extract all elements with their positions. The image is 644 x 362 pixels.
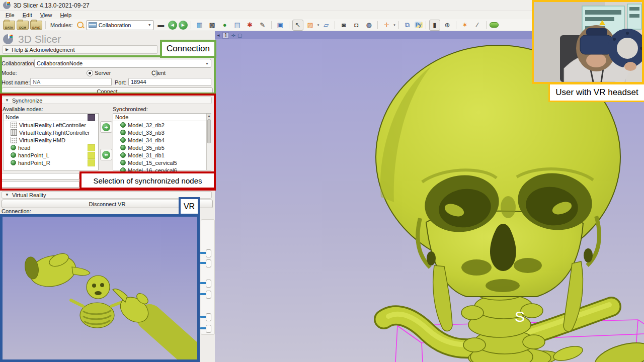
node-column-header: Node [115,114,211,120]
window-level-icon[interactable]: ▨ [305,20,316,31]
remove-node-button[interactable]: ⬅ [100,149,112,160]
module-search-icon[interactable] [77,22,84,28]
module-history-icon[interactable]: ▬ [155,20,167,31]
mouse-interaction-icon[interactable]: ↖ [292,20,303,31]
vr-slider[interactable] [200,291,214,298]
settings-icon[interactable]: ⊕ [442,20,453,31]
collaboration-node-value: CollaborationNode [37,60,203,66]
collapse-arrow-icon: ▼ [5,98,9,103]
collapse-arrow-icon: ▶ [6,47,9,52]
python-console-icon[interactable]: Py [415,22,423,28]
module-selector[interactable]: Collaboration ▼ [86,20,154,30]
chevron-down-icon[interactable]: ▾ [317,23,319,27]
node-color-swatch[interactable] [88,144,95,151]
list-item[interactable]: VirtualReality.RightController [4,129,98,136]
node-color-swatch[interactable] [88,152,95,159]
help-acknowledgement-section[interactable]: ▶ Help & Acknowledgement [2,45,158,54]
list-item[interactable]: VirtualReality.HMD [4,136,98,144]
available-nodes-footer [0,173,79,179]
toolbar-separator [377,21,378,29]
list-item[interactable]: Model_31_rib1 [113,151,211,159]
server-radio[interactable] [87,70,93,76]
node-name: Model_32_rib2 [128,122,165,128]
capture-camera-icon[interactable]: ◙ [338,20,349,31]
menu-file[interactable]: File [2,12,18,18]
layers-icon[interactable]: ▤ [232,20,243,31]
host-name-input[interactable] [30,78,112,86]
list-item[interactable]: Model_33_rib3 [113,129,211,136]
list-item[interactable]: head [4,144,98,151]
list-item[interactable]: Model_16_cervical6 [113,166,211,174]
markups-icon[interactable]: ✱ [245,20,256,31]
app-logo-icon [3,2,11,9]
collapse-arrow-icon: ▼ [5,193,9,197]
model-node-icon [120,122,126,128]
load-data-button[interactable]: DATA [3,21,15,30]
list-item[interactable]: VirtualReality.LeftController [4,121,98,129]
menu-edit[interactable]: Edit [19,12,36,18]
save-button[interactable]: SAVE [30,21,42,30]
collaboration-label: Collaboration: [2,60,36,66]
crosshair-icon[interactable]: ✛ [381,20,392,31]
maximize-view-icon[interactable]: ▢ [237,33,242,38]
volume-rendering-icon[interactable]: ▩ [207,20,218,31]
list-item[interactable]: Model_15_cervical5 [113,159,211,166]
panel-logo-text: 3D Slicer [18,33,61,45]
modules-label: Modules: [50,22,73,28]
scroll-up-icon[interactable]: ▲ [207,114,211,119]
scene-view-icon[interactable]: ◘ [351,20,362,31]
synchronized-nodes-list[interactable]: Node Model_32_rib2 Model_33_rib3 Model_3… [113,113,211,170]
scene-capture-icon[interactable]: ◍ [363,20,374,31]
port-input[interactable] [128,78,211,86]
models-icon[interactable]: ● [219,20,230,31]
available-list-header[interactable]: Node [4,114,98,121]
measurement-icon[interactable]: ▱ [320,20,332,31]
capsule-icon[interactable] [490,22,499,28]
list-scrollbar[interactable]: ▲ [206,114,211,170]
magic-wand-icon[interactable]: ✶ [459,20,470,31]
pin-icon[interactable]: ◄ [216,33,220,38]
synchronized-list-header[interactable]: Node [113,114,211,121]
extensions-icon[interactable]: ⧉ [402,20,413,31]
wrench-icon[interactable]: ∕ [472,20,483,31]
list-item[interactable]: Model_34_rib4 [113,136,211,144]
list-item[interactable]: Model_32_rib2 [113,121,211,129]
available-nodes-list[interactable]: Node VirtualReality.LeftController Virtu… [3,113,99,170]
toolbar-separator [335,21,335,29]
list-item[interactable]: Model_35_rib5 [113,144,211,151]
help-section-label: Help & Acknowledgement [12,47,74,53]
chevron-down-icon[interactable]: ▾ [393,23,395,27]
list-item[interactable]: handPoint_L [4,151,98,159]
node-name: head [18,145,30,151]
vr-slider[interactable] [200,280,214,287]
menu-view[interactable]: View [37,12,56,18]
vr-slider[interactable] [200,325,214,332]
disconnect-vr-button[interactable]: Disconnect VR [2,200,213,208]
node-color-swatch[interactable] [88,159,95,166]
annotation-icon[interactable]: ✎ [257,20,268,31]
list-item[interactable]: handPoint_R [4,159,98,166]
back-icon[interactable]: ◄ [168,21,177,30]
menu-help[interactable]: Help [56,12,75,18]
vr-slider[interactable] [200,313,214,320]
vr-slider[interactable] [200,259,214,266]
node-name: VirtualReality.HMD [19,137,65,143]
toolbar-separator [45,21,46,29]
connect-button[interactable]: Connect [2,87,213,96]
virtual-reality-section-header[interactable]: ▼ Virtual Reality [2,191,212,199]
layout-icon[interactable]: ▦ [194,20,205,31]
load-dicom-button[interactable]: DCM [17,21,29,30]
vr-slider[interactable] [200,249,214,256]
server-radio-label: Server [95,70,111,76]
collaboration-node-selector[interactable]: CollaborationNode ▼ [34,59,211,68]
vr-headset-icon[interactable]: ▮ [429,20,440,31]
model-node-icon [120,130,126,135]
synchronize-section-header[interactable]: ▼ Synchronize [2,97,212,104]
view-label: 1 [222,32,229,39]
add-node-button[interactable]: ➜ [100,121,112,133]
view-crosshair-icon[interactable]: ✛ [231,33,235,38]
screenshot-icon[interactable]: ▣ [275,20,286,31]
node-column-header: Node [6,114,88,120]
scrollbar-thumb[interactable] [207,119,211,143]
forward-icon[interactable]: ► [179,21,188,30]
